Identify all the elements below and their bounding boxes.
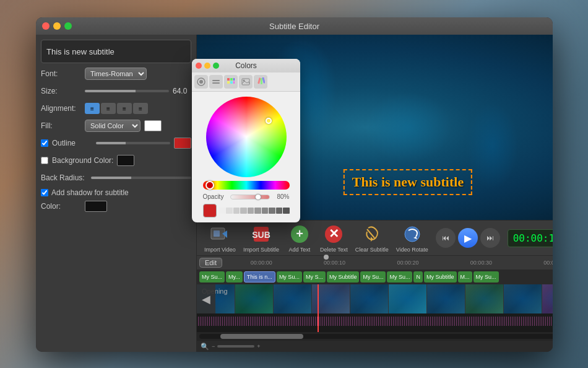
align-right-button[interactable]: ≡ (117, 103, 132, 114)
background-color-checkbox[interactable] (41, 157, 48, 164)
subtitle-chip-8[interactable]: N (413, 271, 423, 283)
film-frame-7 (465, 284, 504, 313)
color-mode-image-button[interactable] (239, 75, 253, 89)
timeline-nav-left[interactable]: ◀ (197, 284, 215, 313)
outline-checkbox[interactable] (41, 139, 48, 147)
next-button[interactable]: ⏭ (480, 228, 500, 248)
color-cell[interactable] (248, 208, 254, 214)
zoom-plus-icon: + (257, 343, 260, 349)
waveform-line (197, 317, 553, 326)
scrollbar-thumb[interactable] (220, 334, 304, 339)
back-radius-label: Back Radius: (41, 173, 87, 182)
outline-color-swatch[interactable] (174, 138, 191, 149)
film-frame-9 (542, 284, 553, 313)
subtitle-chip-11[interactable]: My Su... (473, 271, 499, 283)
color-swatch[interactable] (85, 201, 107, 212)
subtitle-chip-6[interactable]: My Su... (360, 271, 386, 283)
film-frame-5 (389, 284, 427, 313)
color-cell[interactable] (269, 208, 275, 214)
clear-subtitle-label: Clear Subtitle (355, 247, 389, 253)
zoom-slider[interactable] (217, 345, 254, 348)
subtitle-track: My Su... My... This is n... My Su... My … (197, 269, 553, 284)
svg-rect-23 (257, 77, 261, 84)
color-cell[interactable] (240, 208, 247, 214)
color-cell[interactable] (283, 208, 290, 214)
subtitle-chip-3[interactable]: My Su... (277, 271, 302, 283)
align-left-button[interactable]: ≡ (85, 103, 100, 114)
color-label: Color: (41, 202, 81, 211)
align-justify-button[interactable]: ≡ (133, 103, 148, 114)
color-cell[interactable] (233, 208, 240, 214)
zoom-out-button[interactable]: 🔍 (201, 343, 209, 351)
color-cell[interactable] (219, 208, 226, 214)
shadow-checkbox[interactable] (41, 189, 48, 196)
import-video-button[interactable]: Import Video (202, 222, 238, 254)
edit-left-button[interactable]: Edit (199, 258, 222, 268)
zoom-minus-icon: − (212, 343, 215, 349)
video-rotate-button[interactable]: Video Rotate (394, 222, 431, 254)
color-mode-grid-button[interactable] (224, 75, 238, 89)
film-frame-2 (274, 284, 312, 313)
clear-subtitle-button[interactable]: Clear Subtitle (353, 222, 391, 254)
minimize-button[interactable] (53, 22, 61, 30)
timeline-header: Edit 00:00:00 00:00:10 00:00:20 00:00:30… (197, 256, 553, 269)
svg-text:+: + (296, 227, 303, 240)
play-button[interactable]: ▶ (458, 228, 478, 248)
colors-minimize-button[interactable] (204, 63, 210, 69)
color-mode-wheel-button[interactable] (194, 75, 208, 89)
delete-text-button[interactable]: ✕ Delete Text (318, 222, 350, 254)
maximize-button[interactable] (64, 22, 72, 30)
back-radius-slider[interactable] (91, 177, 191, 179)
subtitle-chip-2[interactable]: This is n... (244, 271, 275, 283)
font-label: Font: (41, 69, 81, 78)
subtitle-chip-7[interactable]: My Su... (387, 271, 412, 283)
back-radius-row: Back Radius: (41, 171, 191, 185)
subtitle-overlay[interactable]: This is new subtitle (344, 169, 472, 195)
color-cell[interactable] (226, 208, 233, 214)
subtitle-chip-0[interactable]: My Su... (199, 271, 225, 283)
color-preview-swatch[interactable] (203, 204, 217, 217)
timecode-1: 00:00:10 (324, 260, 345, 266)
scrollbar-area (197, 332, 553, 341)
prev-button[interactable]: ⏮ (436, 228, 456, 248)
subtitle-chip-5[interactable]: My Subtitle (327, 271, 360, 283)
size-value: 64.0 (173, 87, 191, 95)
color-cell[interactable] (262, 208, 269, 214)
background-color-swatch[interactable] (117, 155, 134, 166)
hue-cursor[interactable] (205, 181, 214, 190)
subtitle-chip-1[interactable]: My... (226, 271, 243, 283)
font-select[interactable]: Times-Roman (85, 68, 147, 80)
alignment-row: Alignment: ≡ ≡ ≡ ≡ (41, 102, 191, 115)
subtitle-chip-10[interactable]: M... (458, 271, 472, 283)
hue-slider[interactable] (203, 181, 290, 190)
color-cell[interactable] (254, 208, 261, 214)
colors-close-button[interactable] (196, 63, 202, 69)
color-cell[interactable] (276, 208, 283, 214)
color-mode-slider-button[interactable] (209, 75, 223, 89)
import-subtitle-label: Import Subtitle (243, 247, 279, 253)
import-video-label: Import Video (204, 247, 236, 253)
fill-select[interactable]: Solid Color (85, 120, 141, 132)
subtitle-chip-9[interactable]: My Subtitle (424, 271, 457, 283)
import-subtitle-button[interactable]: SUB Import Subtitle (241, 222, 282, 254)
outline-slider[interactable] (96, 142, 170, 144)
subtitle-chip-4[interactable]: My S... (303, 271, 326, 283)
align-center-button[interactable]: ≡ (101, 103, 116, 114)
color-wheel[interactable] (206, 97, 287, 177)
fill-color-swatch[interactable] (144, 120, 162, 131)
colors-maximize-button[interactable] (213, 63, 219, 69)
svg-rect-15 (227, 78, 230, 81)
svg-rect-14 (212, 82, 220, 84)
clear-subtitle-icon (361, 223, 383, 245)
left-panel: This is new subtitle Font: Times-Roman S… (36, 35, 197, 352)
close-button[interactable] (42, 22, 50, 30)
opacity-slider[interactable] (230, 195, 270, 199)
scrollbar-track[interactable] (199, 334, 553, 339)
color-mode-crayon-button[interactable] (254, 75, 267, 89)
background-color-row: Background Color: (41, 154, 191, 167)
svg-rect-19 (230, 81, 233, 84)
color-wheel-cursor[interactable] (266, 118, 272, 124)
add-text-button[interactable]: + Add Text (284, 222, 315, 254)
colors-title: Colors (235, 61, 257, 70)
size-slider[interactable] (85, 90, 169, 92)
